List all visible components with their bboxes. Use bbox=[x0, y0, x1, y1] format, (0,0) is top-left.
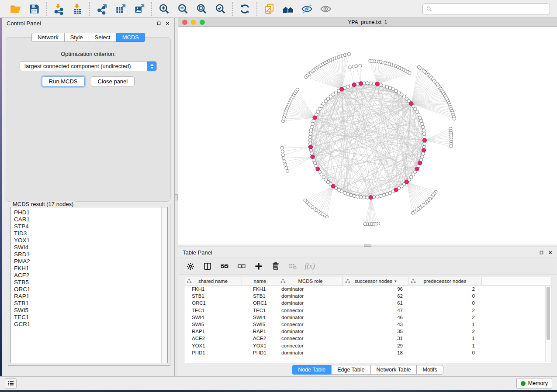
network-node[interactable] bbox=[382, 84, 386, 87]
select-all-button[interactable] bbox=[220, 261, 229, 271]
mcds-result-item[interactable]: GCR1 bbox=[14, 321, 161, 328]
table-row[interactable]: SWI4SWI4dominator462 bbox=[184, 314, 551, 321]
network-hub-node[interactable] bbox=[313, 116, 317, 120]
network-node[interactable] bbox=[282, 157, 285, 160]
table-row[interactable]: ORC1ORC1dominator610 bbox=[184, 299, 551, 306]
task-history-button[interactable] bbox=[5, 378, 17, 389]
memory-button[interactable]: Memory bbox=[516, 378, 552, 389]
table-row[interactable]: SWI5SWI5connector431 bbox=[184, 321, 551, 328]
network-node[interactable] bbox=[348, 66, 351, 69]
mcds-result-item[interactable]: FKH1 bbox=[14, 265, 161, 272]
column-header-successor-nodes[interactable]: successor nodes▾ bbox=[343, 277, 408, 285]
network-hub-node[interactable] bbox=[375, 82, 379, 86]
network-node[interactable] bbox=[385, 193, 389, 196]
column-header-name[interactable]: name bbox=[242, 277, 278, 285]
network-node[interactable] bbox=[376, 195, 379, 199]
vertical-splitter[interactable] bbox=[175, 18, 178, 376]
network-node[interactable] bbox=[308, 139, 312, 142]
table-row[interactable]: STB1STB1dominator620 bbox=[184, 292, 551, 299]
horizontal-splitter[interactable] bbox=[178, 244, 557, 247]
network-node[interactable] bbox=[379, 194, 382, 198]
network-node[interactable] bbox=[422, 129, 426, 132]
network-node[interactable] bbox=[453, 117, 456, 120]
network-node[interactable] bbox=[347, 52, 350, 55]
tab-edge-table[interactable]: Edge Table bbox=[331, 365, 370, 375]
horizontal-splitter-grip[interactable] bbox=[364, 244, 371, 247]
network-hub-node[interactable] bbox=[316, 167, 320, 171]
table-scrollbar-thumb[interactable] bbox=[547, 287, 550, 340]
network-node[interactable] bbox=[304, 199, 307, 202]
open-file-button[interactable] bbox=[9, 2, 22, 15]
settings-gear-button[interactable] bbox=[186, 261, 195, 271]
refresh-view-button[interactable] bbox=[238, 2, 251, 15]
network-hub-node[interactable] bbox=[415, 167, 419, 171]
column-header-MCDS-role[interactable]: MCDS role bbox=[278, 277, 343, 285]
export-table-button[interactable] bbox=[114, 2, 127, 15]
network-hub-node[interactable] bbox=[311, 155, 315, 158]
network-node[interactable] bbox=[346, 85, 349, 89]
network-hub-node[interactable] bbox=[359, 82, 363, 86]
mcds-result-item[interactable]: STB5 bbox=[14, 279, 161, 286]
network-node[interactable] bbox=[283, 160, 286, 163]
hide-selected-button[interactable] bbox=[300, 2, 313, 15]
tab-select[interactable]: Select bbox=[89, 33, 117, 42]
network-hub-node[interactable] bbox=[369, 196, 373, 199]
network-node[interactable] bbox=[450, 144, 453, 148]
network-node[interactable] bbox=[346, 193, 349, 196]
network-node[interactable] bbox=[421, 155, 424, 158]
network-node[interactable] bbox=[281, 150, 284, 153]
network-node[interactable] bbox=[349, 193, 353, 197]
zoom-fit-button[interactable] bbox=[195, 2, 208, 15]
tab-style[interactable]: Style bbox=[64, 33, 89, 42]
import-table-button[interactable] bbox=[71, 2, 84, 15]
close-panel-icon[interactable] bbox=[165, 21, 170, 26]
network-node[interactable] bbox=[359, 196, 363, 199]
mcds-result-item[interactable]: RAP1 bbox=[14, 293, 161, 300]
network-node[interactable] bbox=[359, 64, 362, 67]
tab-node-table[interactable]: Node Table bbox=[292, 365, 332, 375]
optimization-criterion-select[interactable]: largest connected component (undirected) bbox=[20, 61, 157, 71]
mcds-result-item[interactable]: TID3 bbox=[14, 230, 161, 237]
network-node[interactable] bbox=[382, 193, 386, 197]
tab-mcds[interactable]: MCDS bbox=[116, 33, 145, 42]
search-box[interactable] bbox=[422, 3, 550, 14]
mcds-result-item[interactable]: CAR1 bbox=[14, 216, 161, 223]
network-node[interactable] bbox=[388, 191, 392, 195]
mcds-result-item[interactable]: STB1 bbox=[14, 300, 161, 307]
network-node[interactable] bbox=[313, 162, 317, 165]
export-image-button[interactable] bbox=[133, 2, 146, 15]
network-node[interactable] bbox=[422, 132, 426, 135]
network-hub-node[interactable] bbox=[352, 83, 356, 86]
table-scrollbar[interactable] bbox=[545, 286, 550, 362]
network-node[interactable] bbox=[385, 85, 389, 89]
mcds-result-item[interactable]: SWI4 bbox=[14, 244, 161, 251]
mcds-result-item[interactable]: SWI5 bbox=[14, 307, 161, 314]
delete-column-button[interactable] bbox=[271, 261, 280, 271]
show-all-button[interactable] bbox=[319, 2, 332, 15]
table-row[interactable]: YOX1YOX1connector291 bbox=[184, 342, 551, 349]
network-canvas[interactable] bbox=[178, 27, 557, 244]
table-row[interactable]: TEC1TEC1connector472 bbox=[184, 307, 551, 314]
zoom-in-button[interactable] bbox=[157, 2, 170, 15]
network-node[interactable] bbox=[363, 223, 367, 226]
clone-network-button[interactable] bbox=[263, 2, 276, 15]
mcds-result-item[interactable]: ACE2 bbox=[14, 272, 161, 279]
close-panel-button[interactable]: Close panel bbox=[91, 76, 135, 86]
network-node[interactable] bbox=[353, 194, 356, 198]
close-window-icon[interactable] bbox=[182, 20, 187, 25]
mcds-result-item[interactable]: ORC1 bbox=[14, 286, 161, 293]
deselect-all-button[interactable] bbox=[237, 261, 246, 271]
network-hub-node[interactable] bbox=[405, 180, 408, 184]
mcds-result-item[interactable]: PMA2 bbox=[14, 258, 161, 265]
mcds-result-item[interactable]: SRD1 bbox=[14, 251, 161, 258]
network-node[interactable] bbox=[286, 169, 289, 172]
split-columns-button[interactable] bbox=[203, 261, 212, 271]
float-table-panel-icon[interactable] bbox=[539, 250, 544, 255]
tab-network-table[interactable]: Network Table bbox=[370, 365, 417, 375]
save-session-button[interactable] bbox=[28, 2, 41, 15]
network-node[interactable] bbox=[281, 154, 284, 157]
network-hub-node[interactable] bbox=[394, 188, 398, 192]
network-hub-node[interactable] bbox=[409, 102, 413, 106]
network-hub-node[interactable] bbox=[422, 148, 426, 152]
network-node[interactable] bbox=[310, 125, 314, 129]
